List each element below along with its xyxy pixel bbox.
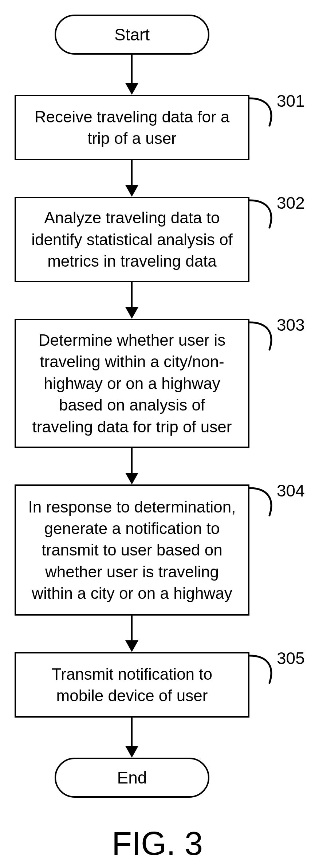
arrow-shaft [131, 616, 133, 641]
ref-label-301: 301 [277, 91, 305, 111]
arrow-head [125, 307, 138, 319]
flowchart-canvas: Start Receive traveling data for a trip … [0, 0, 315, 868]
process-303: Determine whether user is traveling with… [15, 319, 249, 448]
arrow-head [125, 746, 138, 758]
process-302-text: Analyze traveling data to identify stati… [27, 207, 237, 272]
ref-label-305: 305 [277, 648, 305, 668]
terminator-start-label: Start [114, 25, 150, 44]
arrow-shaft [131, 282, 133, 308]
arrow-shaft [131, 718, 133, 747]
arrow-head [125, 640, 138, 652]
arrow-shaft [131, 448, 133, 474]
arrow-shaft [131, 160, 133, 186]
process-303-text: Determine whether user is traveling with… [27, 329, 237, 437]
terminator-start: Start [55, 15, 209, 55]
process-304: In response to determination, generate a… [15, 484, 249, 616]
terminator-end: End [55, 758, 209, 798]
arrow-shaft [131, 55, 133, 84]
process-301: Receive traveling data for a trip of a u… [15, 95, 249, 160]
arrow-head [125, 83, 138, 95]
terminator-end-label: End [117, 768, 147, 788]
process-305: Transmit notification to mobile device o… [15, 652, 249, 718]
ref-label-303: 303 [277, 315, 305, 335]
ref-label-302: 302 [277, 193, 305, 213]
figure-label: FIG. 3 [112, 825, 203, 863]
process-304-text: In response to determination, generate a… [27, 496, 237, 604]
process-302: Analyze traveling data to identify stati… [15, 197, 249, 282]
process-305-text: Transmit notification to mobile device o… [27, 663, 237, 707]
arrow-head [125, 185, 138, 197]
arrow-head [125, 473, 138, 484]
process-301-text: Receive traveling data for a trip of a u… [27, 106, 237, 149]
ref-label-304: 304 [277, 481, 305, 500]
